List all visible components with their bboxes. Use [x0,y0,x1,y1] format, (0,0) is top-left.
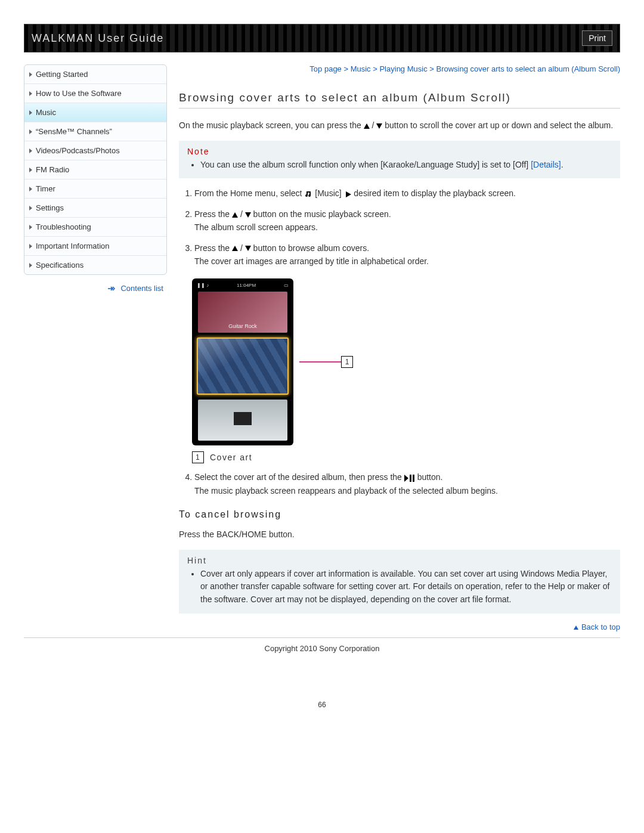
nav-label: “SensMe™ Channels” [36,127,112,136]
step4-c: The music playback screen reappears and … [194,486,498,496]
nav-item-software[interactable]: How to Use the Software [24,84,166,103]
battery-icon: ▭ [284,283,289,288]
note-title: Note [187,147,612,156]
contents-list-link[interactable]: Contents list [24,283,167,293]
step3-a: Press the [194,243,232,253]
nav-label: Timer [36,184,55,193]
status-time: 11:04PM [237,283,256,288]
figure-caption: 1 Cover art [192,451,620,463]
up-triangle-icon [364,123,370,129]
steps-list-cont: Select the cover art of the desired albu… [179,470,620,497]
nav-label: Settings [36,203,64,212]
callout-marker-1: 1 [192,451,204,463]
back-to-top[interactable]: Back to top [179,622,620,631]
caret-right-icon [29,148,32,153]
note-text-a: You can use the album scroll function on… [200,160,531,169]
hint-title: Hint [187,556,612,565]
nav-item-music[interactable]: Music [24,103,166,122]
step-3: Press the / button to browse album cover… [194,241,620,268]
caret-right-icon [29,187,32,191]
nav-label: Important Information [36,241,110,250]
nav-item-fm[interactable]: FM Radio [24,160,166,179]
note-item: You can use the album scroll function on… [200,159,612,172]
main-content: Top page > Music > Playing Music > Brows… [179,64,620,635]
cover-art-1 [198,292,287,333]
caret-right-icon [29,72,32,77]
step1-music: [Music] [315,188,341,198]
back-to-top-label[interactable]: Back to top [581,623,620,631]
page-title: Browsing cover arts to select an album (… [179,91,620,104]
cover-art-2-selected [197,337,289,395]
nav-label: Videos/Podcasts/Photos [36,146,120,155]
intro-text: On the music playback screen, you can pr… [179,119,620,132]
nav-item-timer[interactable]: Timer [24,179,166,199]
step1-a: From the Home menu, select [194,188,304,198]
nav-label: FM Radio [36,165,69,174]
copyright-text: Copyright 2010 Sony Corporation [24,644,620,653]
step2-c: The album scroll screen appears. [194,222,318,232]
nav-label: Specifications [36,261,83,270]
nav-label: How to Use the Software [36,89,122,98]
nav-item-important[interactable]: Important Information [24,237,166,256]
caret-right-icon [29,129,32,134]
step1-b: desired item to display the playback scr… [354,188,516,198]
nav-item-settings[interactable]: Settings [24,199,166,218]
caret-right-icon [29,168,32,172]
crumb-sep: > [371,64,380,73]
caret-right-icon [29,225,32,230]
nav-item-sensme[interactable]: “SensMe™ Channels” [24,122,166,141]
nav-item-videos[interactable]: Videos/Podcasts/Photos [24,141,166,160]
crumb-current: Browsing cover arts to select an album (… [436,64,620,73]
crumb-music[interactable]: Music [351,64,371,73]
status-left: ❚❚ ♪ [197,283,209,288]
play-pause-icon [404,472,417,482]
arrow-right-icon [108,286,116,292]
divider [179,108,620,109]
cover-art-caption: Cover art [210,453,252,462]
callout-marker-1: 1 [341,356,353,368]
nav-label: Troubleshooting [36,222,91,231]
music-note-icon [304,188,315,198]
crumb-playing[interactable]: Playing Music [379,64,427,73]
cover-art-3 [198,400,287,441]
note-box: Note You can use the album scroll functi… [179,141,620,179]
note-text-b: . [561,160,564,169]
crumb-top[interactable]: Top page [309,64,342,73]
details-link[interactable]: [Details] [531,160,561,169]
step3-c: The cover art images are arranged by tit… [194,256,429,266]
step3-slash: / [240,243,245,253]
nav-label: Music [36,108,56,117]
hint-box: Hint Cover art only appears if cover art… [179,550,620,614]
header-bar: WALKMAN User Guide Print [24,24,620,52]
sidebar: Getting Started How to Use the Software … [24,64,167,635]
svg-rect-0 [410,475,411,482]
step-1: From the Home menu, select [Music] desir… [194,187,620,200]
contents-list-label[interactable]: Contents list [120,284,163,293]
cancel-heading: To cancel browsing [179,509,620,520]
down-triangle-icon [376,123,382,129]
caret-right-icon [29,91,32,96]
intro-slash: / [372,120,377,130]
device-status-bar: ❚❚ ♪ 11:04PM ▭ [194,281,291,289]
up-triangle-icon [574,625,578,630]
nav-item-specs[interactable]: Specifications [24,256,166,274]
down-triangle-icon [245,246,251,251]
step4-a: Select the cover art of the desired albu… [194,472,404,482]
step2-a: Press the [194,209,232,219]
print-button[interactable]: Print [582,30,612,46]
caret-right-icon [29,206,32,210]
nav-item-troubleshooting[interactable]: Troubleshooting [24,218,166,237]
header-title: WALKMAN User Guide [32,32,164,45]
cancel-text: Press the BACK/HOME button. [179,528,620,541]
nav-list: Getting Started How to Use the Software … [24,64,167,275]
intro-b: button to scroll the cover art up or dow… [385,120,613,130]
hint-text: Cover art only appears if cover art info… [200,568,612,606]
down-triangle-icon [245,212,251,218]
nav-item-getting-started[interactable]: Getting Started [24,65,166,84]
crumb-sep: > [428,64,436,73]
caret-right-icon [29,110,32,115]
step-2: Press the / button on the music playback… [194,208,620,234]
caret-right-icon [29,244,32,249]
nav-label: Getting Started [36,70,88,79]
footer-divider [24,637,620,638]
